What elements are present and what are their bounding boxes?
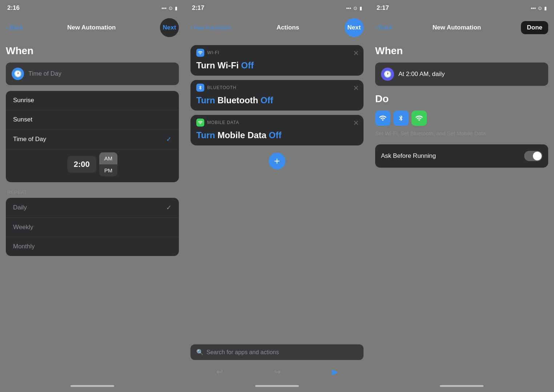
do-description: Set Wi-Fi, Set Bluetooth, and Set Mobile…: [375, 129, 548, 137]
repeat-weekly[interactable]: Weekly: [6, 218, 179, 237]
panel-1-when: 2:16 ▪▪▪ ⊙ ▮ ‹ Back New Automation Next …: [0, 0, 185, 392]
tod-label: Time of Day: [28, 70, 61, 77]
redo-icon[interactable]: ↪: [274, 367, 281, 377]
do-wifi-icon: [375, 111, 390, 126]
wifi-status-icon: ⊙: [169, 5, 173, 11]
dropdown-item-time-of-day[interactable]: Time of Day ✓: [6, 129, 179, 149]
nav-bar-3: ‹ Back New Automation Done: [369, 16, 554, 39]
nav-title-3: New Automation: [433, 24, 481, 31]
wifi-status-icon-3: ⊙: [538, 5, 542, 11]
nav-bar-2: ‹ New Automation Actions Next: [185, 16, 369, 39]
dropdown-item-sunset[interactable]: Sunset: [6, 110, 179, 129]
do-bt-icon: [393, 111, 409, 126]
repeat-monthly[interactable]: Monthly: [6, 237, 179, 256]
add-action-button[interactable]: +: [269, 153, 285, 169]
panel-3-summary: 2:17 ▪▪▪ ⊙ ▮ ‹ Back New Automation Done …: [369, 0, 554, 392]
actions-list: WI-FI Turn Wi-Fi Off ✕ BLUETOOTH: [190, 45, 364, 145]
data-close-button[interactable]: ✕: [353, 119, 359, 127]
nav-center-2: Actions: [277, 24, 299, 31]
time-value[interactable]: 2:00: [67, 156, 96, 173]
status-bar-3: 2:17 ▪▪▪ ⊙ ▮: [369, 0, 554, 16]
back-button-2[interactable]: ‹ New Automation: [190, 24, 231, 31]
undo-icon[interactable]: ↩: [216, 367, 223, 377]
do-data-icon: [412, 111, 427, 126]
status-icons-1: ▪▪▪ ⊙ ▮: [161, 5, 177, 11]
play-icon[interactable]: ▶: [332, 367, 338, 377]
time-of-day-row[interactable]: 🕐 Time of Day: [6, 63, 179, 85]
nav-title-1: New Automation: [67, 24, 116, 31]
do-icons-row: [375, 111, 548, 126]
battery-icon-2: ▮: [360, 5, 362, 11]
pm-button[interactable]: PM: [99, 164, 118, 176]
wifi-card-header: WI-FI: [190, 45, 364, 59]
data-category-icon: [196, 119, 204, 127]
home-indicator-1: [0, 380, 185, 392]
toggle-knob: [533, 152, 542, 160]
when-section-title: When: [6, 45, 179, 57]
repeat-label: REPEAT: [6, 189, 179, 195]
data-card-header: MOBILE DATA: [190, 115, 364, 129]
status-time-1: 2:16: [7, 4, 20, 12]
content-3: When 🕐 At 2:00 AM, daily Do: [369, 39, 554, 380]
nav-title-2: Actions: [277, 24, 299, 31]
daily-checkmark: ✓: [166, 204, 172, 212]
chevron-left-icon-2: ‹: [190, 24, 193, 31]
clock-icon: 🕐: [12, 68, 24, 80]
nav-bar-1: ‹ Back New Automation Next: [0, 16, 185, 39]
ask-before-label: Ask Before Running: [381, 152, 436, 160]
home-bar-2: [255, 385, 299, 387]
back-button-1[interactable]: ‹ Back: [6, 24, 23, 31]
bluetooth-action-card[interactable]: BLUETOOTH Turn Bluetooth Off ✕: [190, 80, 364, 111]
bt-card-header: BLUETOOTH: [190, 80, 364, 94]
time-type-dropdown[interactable]: Sunrise Sunset Time of Day ✓ 2:00 AM PM: [6, 91, 179, 182]
chevron-left-icon-3: ‹: [375, 24, 377, 31]
battery-icon: ▮: [175, 5, 177, 11]
ampm-selector[interactable]: AM PM: [99, 152, 118, 176]
dropdown-item-sunrise[interactable]: Sunrise: [6, 91, 179, 110]
chevron-left-icon: ‹: [6, 24, 8, 31]
status-time-3: 2:17: [377, 4, 389, 12]
back-button-3[interactable]: ‹ Back: [375, 24, 392, 31]
search-bar[interactable]: 🔍 Search for apps and actions: [190, 344, 364, 360]
time-picker[interactable]: 2:00 AM PM: [6, 149, 179, 182]
bt-category-icon: [196, 84, 204, 92]
done-button[interactable]: Done: [521, 21, 548, 34]
data-action-body: Turn Mobile Data Off: [190, 129, 364, 145]
search-placeholder: Search for apps and actions: [206, 349, 279, 356]
content-2: WI-FI Turn Wi-Fi Off ✕ BLUETOOTH: [185, 39, 369, 344]
when-value: At 2:00 AM, daily: [398, 71, 445, 78]
repeat-daily[interactable]: Daily ✓: [6, 198, 179, 218]
next-button-1[interactable]: Next: [160, 18, 179, 37]
do-section-title: Do: [375, 93, 548, 105]
signal-icon: ▪▪▪: [161, 5, 166, 11]
do-section: Do Set Wi-Fi, Set Blu: [375, 93, 548, 137]
wifi-category-icon: [196, 49, 204, 57]
home-indicator-3: [369, 380, 554, 392]
wifi-status-icon-2: ⊙: [353, 5, 357, 11]
time-of-day-checkmark: ✓: [166, 135, 172, 143]
battery-icon-3: ▮: [544, 5, 547, 11]
mobiledata-action-card[interactable]: MOBILE DATA Turn Mobile Data Off ✕: [190, 115, 364, 145]
wifi-close-button[interactable]: ✕: [353, 49, 359, 57]
ask-before-row: Ask Before Running: [375, 144, 548, 168]
bt-category-label: BLUETOOTH: [207, 85, 236, 90]
next-button-2[interactable]: Next: [345, 18, 364, 37]
repeat-list: Daily ✓ Weekly Monthly: [6, 198, 179, 256]
bt-action-body: Turn Bluetooth Off: [190, 94, 364, 111]
clock-icon-3: 🕐: [381, 68, 394, 81]
wifi-category-label: WI-FI: [207, 50, 219, 55]
content-1: When 🕐 Time of Day Sunrise Sunset Time o…: [0, 39, 185, 380]
home-indicator-2: [185, 380, 369, 392]
status-time-2: 2:17: [192, 4, 204, 12]
wifi-action-body: Turn Wi-Fi Off: [190, 59, 364, 76]
bt-close-button[interactable]: ✕: [353, 84, 359, 92]
wifi-action-card[interactable]: WI-FI Turn Wi-Fi Off ✕: [190, 45, 364, 76]
status-icons-2: ▪▪▪ ⊙ ▮: [346, 5, 362, 11]
search-icon: 🔍: [196, 349, 204, 356]
status-bar-1: 2:16 ▪▪▪ ⊙ ▮: [0, 0, 185, 16]
when-section-title-3: When: [375, 45, 548, 57]
bottom-toolbar: ↩ ↪ ▶: [185, 364, 369, 380]
ask-before-toggle[interactable]: [524, 151, 542, 161]
am-button[interactable]: AM: [99, 152, 118, 164]
status-icons-3: ▪▪▪ ⊙ ▮: [531, 5, 547, 11]
